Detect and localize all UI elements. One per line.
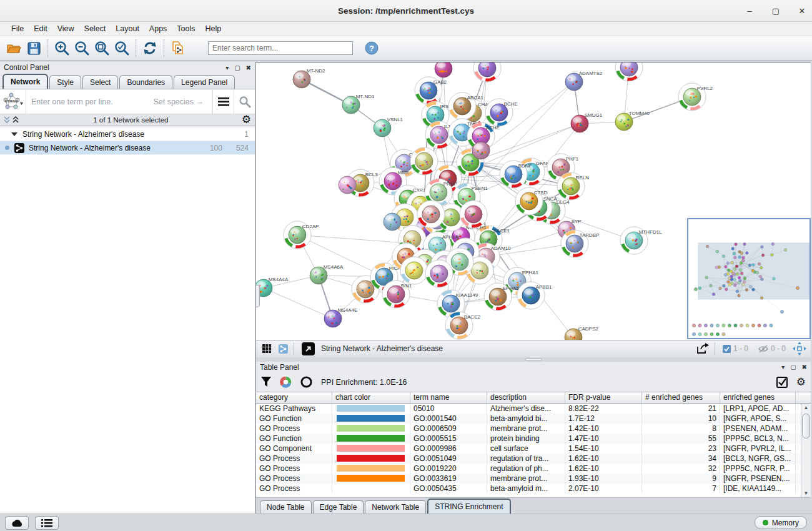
column-header-enriched-genes[interactable]: enriched genes: [720, 392, 796, 403]
table-scrollbar[interactable]: ▲ ▼: [801, 404, 811, 497]
selected-checkbox-icon[interactable]: [723, 345, 731, 353]
tab-network[interactable]: Network: [2, 74, 48, 89]
network-node-adamts2[interactable]: ADAMTS2: [565, 71, 603, 91]
column-header--enriched-genes[interactable]: # enriched genes: [642, 392, 720, 403]
export-network-button[interactable]: [693, 339, 712, 359]
table-panel-float-icon[interactable]: ▢: [790, 364, 796, 370]
minimize-icon[interactable]: –: [745, 6, 755, 16]
network-node-mthfd1l[interactable]: MTHFD1L: [620, 227, 662, 254]
table-row[interactable]: GO FunctionGO:0001540beta-amyloid bi...1…: [256, 414, 811, 424]
zoom-fit-button[interactable]: [92, 38, 112, 58]
network-node-smug1[interactable]: SMUG1: [571, 112, 603, 132]
network-node-vsnl1[interactable]: VSNL1: [374, 117, 404, 137]
network-node-cd2ap[interactable]: CD2AP: [284, 221, 319, 249]
network-canvas[interactable]: MT-ND2MT-ND1VSNL1GAB2IRS1CHATABCA1BCHEIL…: [256, 62, 811, 340]
menu-file[interactable]: File: [6, 24, 29, 33]
menu-select[interactable]: Select: [79, 24, 111, 33]
table-row[interactable]: KEGG Pathways05010Alzheimer's dise...8.8…: [256, 404, 811, 414]
table-row[interactable]: GO ProcessGO:0051049regulation of tra...…: [256, 454, 811, 464]
open-in-string-button[interactable]: [302, 342, 315, 355]
network-node-pvrl2[interactable]: PVRL2: [678, 83, 713, 111]
enrichment-chart-icon[interactable]: [280, 376, 292, 388]
network-node-ms4a4e[interactable]: MS4A4E: [324, 307, 357, 327]
panel-float-icon[interactable]: ▢: [234, 64, 240, 71]
zoom-selected-button[interactable]: [112, 38, 132, 58]
network-node[interactable]: [460, 201, 487, 228]
network-node-mt-nd2[interactable]: MT-ND2: [293, 68, 325, 88]
network-panel-gear-icon[interactable]: ⚙: [242, 114, 251, 125]
grid-view-button[interactable]: [259, 341, 275, 356]
eye-slash-icon[interactable]: [758, 345, 768, 353]
menu-tools[interactable]: Tools: [172, 24, 200, 33]
pan-navigate-button[interactable]: [791, 339, 808, 359]
network-node-tomm40[interactable]: TOMM40: [615, 111, 650, 131]
string-term-input[interactable]: Enter one term per line. Set species →: [26, 97, 212, 106]
enrichment-settings-gear-icon[interactable]: ⚙: [796, 377, 806, 387]
network-node-epha5[interactable]: EPHA5: [484, 283, 519, 310]
table-row[interactable]: GO ProcessGO:0019220regulation of ph...1…: [256, 464, 811, 474]
scroll-down-icon[interactable]: ▼: [802, 490, 810, 496]
expand-collapse-icons[interactable]: [4, 116, 20, 124]
memory-button[interactable]: Memory: [755, 516, 807, 529]
column-header-chart-color[interactable]: chart color: [332, 392, 410, 403]
table-panel-close-icon[interactable]: ✖: [802, 364, 807, 370]
network-node-apbb1[interactable]: APBB1: [517, 282, 552, 309]
network-node-gab2[interactable]: GAB2: [415, 77, 447, 104]
zoom-in-button[interactable]: [52, 38, 72, 58]
panel-close-icon[interactable]: ✖: [246, 64, 251, 71]
help-button[interactable]: ?: [362, 38, 382, 58]
network-node[interactable]: [435, 62, 452, 77]
network-node[interactable]: [339, 176, 356, 194]
network-node-ms4a4a[interactable]: MS4A4A: [256, 277, 289, 297]
cloud-tasks-button[interactable]: [5, 516, 29, 530]
close-icon[interactable]: ✕: [797, 6, 807, 16]
string-options-button[interactable]: [212, 90, 234, 114]
network-node-bche[interactable]: BCHE: [485, 99, 518, 126]
filter-icon[interactable]: [261, 377, 271, 387]
network-node[interactable]: [400, 257, 428, 284]
network-node-tardbp[interactable]: TARDBP: [561, 230, 600, 257]
panel-divider[interactable]: [256, 357, 811, 362]
menu-edit[interactable]: Edit: [29, 24, 52, 33]
open-session-button[interactable]: [4, 38, 24, 58]
collapse-triangle-icon[interactable]: [11, 132, 17, 136]
maximize-icon[interactable]: ▢: [771, 6, 781, 16]
table-panel-menu-icon[interactable]: ▾: [781, 364, 785, 370]
table-row[interactable]: GO ProcessGO:0006509membrane prot...1.42…: [256, 424, 811, 434]
column-header-FDR-p-value[interactable]: FDR p-value: [565, 392, 642, 403]
menu-layout[interactable]: Layout: [111, 24, 144, 33]
string-logo[interactable]: STRING: [0, 90, 26, 114]
network-node-cadps2[interactable]: CADPS2: [565, 326, 598, 340]
network-row-selected[interactable]: String Network - Alzheimer's disease 100…: [0, 141, 255, 155]
refresh-button[interactable]: [140, 38, 160, 58]
network-node[interactable]: [384, 213, 401, 231]
search-input[interactable]: [208, 41, 353, 55]
menu-apps[interactable]: Apps: [144, 24, 172, 33]
select-all-checkbox-icon[interactable]: [776, 377, 788, 388]
scroll-thumb[interactable]: [802, 414, 810, 439]
tab-legend-panel[interactable]: Legend Panel: [174, 75, 235, 89]
table-row[interactable]: GO ProcessGO:0033619membrane prot...1.93…: [256, 474, 811, 484]
splitter-handle[interactable]: [256, 285, 260, 307]
share-view-button[interactable]: [275, 341, 291, 356]
network-collection-row[interactable]: String Network - Alzheimer's disease 1: [0, 127, 255, 141]
network-node[interactable]: [473, 62, 501, 82]
zoom-out-button[interactable]: [72, 38, 92, 58]
tab-node-table[interactable]: Node Table: [260, 500, 312, 514]
network-node-bace2[interactable]: BACE2: [445, 312, 480, 339]
tab-edge-table[interactable]: Edge Table: [313, 500, 364, 514]
panel-menu-icon[interactable]: ▾: [225, 64, 229, 71]
tab-network-table[interactable]: Network Table: [365, 500, 426, 514]
network-node[interactable]: [615, 62, 643, 81]
network-node-bin1[interactable]: BIN1: [382, 280, 412, 308]
table-row[interactable]: GO FunctionGO:0005515protein binding1.47…: [256, 434, 811, 444]
network-overview-inset[interactable]: [687, 218, 811, 339]
network-node[interactable]: [425, 260, 453, 287]
network-node[interactable]: [410, 147, 438, 175]
network-node[interactable]: [472, 142, 490, 159]
tab-string-enrichment[interactable]: STRING Enrichment: [427, 499, 510, 514]
menu-help[interactable]: Help: [201, 24, 227, 33]
tab-select[interactable]: Select: [82, 75, 118, 89]
set-species-label[interactable]: Set species →: [153, 97, 207, 106]
network-from-selection-button[interactable]: [168, 38, 188, 58]
